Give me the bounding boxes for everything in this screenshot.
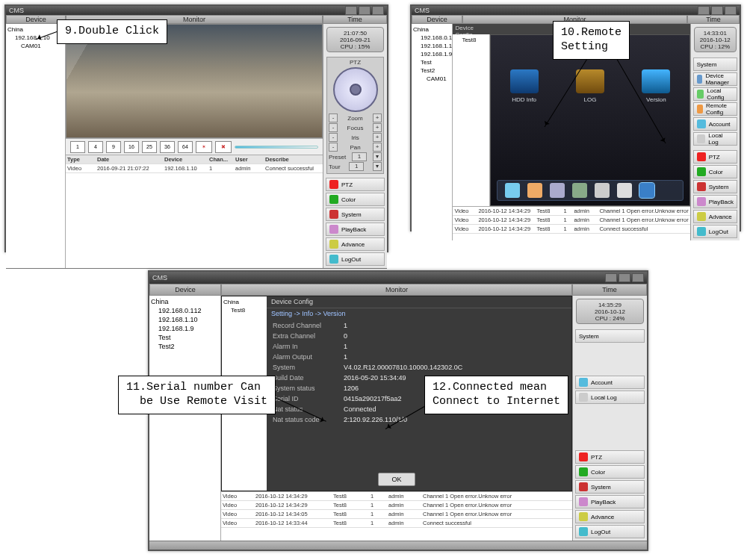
side-color[interactable]: Color [326, 193, 385, 206]
tree-node[interactable]: Test2 [151, 342, 219, 351]
tab-tools-icon[interactable] [617, 183, 632, 198]
tab-network-icon[interactable] [550, 183, 565, 198]
log-row[interactable]: Video2016-10-12 14:34:05Test81adminChann… [221, 510, 572, 519]
config-sub-tree[interactable]: Test8 [453, 34, 490, 206]
tree-node[interactable]: CAM01 [7, 42, 63, 50]
tree-node[interactable]: China [151, 297, 219, 306]
side-advance[interactable]: Advance [575, 510, 645, 523]
ptz-plus[interactable]: + [373, 123, 382, 132]
hdd-info-button[interactable]: HDD Info [503, 69, 545, 103]
window-close-button[interactable] [372, 6, 384, 15]
device-tree[interactable]: China 192.168.0.112 192.168.1.10 192.168… [149, 296, 221, 541]
ptz-minus[interactable]: - [329, 133, 338, 142]
tree-node[interactable]: China [413, 25, 450, 34]
side-ptz[interactable]: PTZ [326, 178, 385, 191]
side-system[interactable]: System [326, 208, 385, 221]
layout-1[interactable]: 1 [70, 141, 85, 153]
window-close-button[interactable] [632, 273, 644, 282]
side-device-manager[interactable]: Device Manager [693, 72, 737, 86]
tree-node[interactable]: 192.168.0.112 [151, 306, 219, 315]
side-playback[interactable]: PlayBack [326, 223, 385, 236]
window-max-button[interactable] [619, 273, 630, 282]
window-min-button[interactable] [698, 6, 710, 15]
side-playback[interactable]: PlayBack [575, 495, 645, 508]
ptz-dpad[interactable] [333, 67, 378, 112]
log-col: Describe [264, 155, 323, 164]
ptz-label: Zoom [347, 115, 362, 122]
side-logout[interactable]: LogOut [693, 225, 737, 238]
layout-25[interactable]: 25 [142, 141, 157, 153]
ptz-plus[interactable]: + [373, 143, 382, 152]
tree-node[interactable]: 192.168.1.9 [413, 50, 450, 58]
ptz-preset-input[interactable]: 1 [352, 152, 367, 161]
side-remote-config[interactable]: Remote Config [693, 102, 737, 116]
tab-info-icon-active[interactable] [639, 183, 654, 198]
side-logout[interactable]: LogOut [326, 252, 385, 266]
side-advance[interactable]: Advance [326, 237, 385, 251]
log-row[interactable]: Video2016-10-12 14:34:29Test81adminChann… [453, 207, 689, 216]
volume-slider[interactable] [235, 146, 318, 149]
ptz-tour-input[interactable]: 1 [349, 162, 364, 171]
side-account[interactable]: Account [693, 117, 737, 131]
side-ptz[interactable]: PTZ [693, 150, 737, 164]
device-tree[interactable]: China 192.168.0.112 192.168.1.10 192.168… [412, 24, 453, 240]
version-button[interactable]: Version [636, 69, 677, 103]
tree-node[interactable]: Test8 [454, 36, 488, 44]
log-row[interactable]: Video2016-10-12 14:34:29Test81adminChann… [221, 492, 572, 501]
side-local-log[interactable]: Local Log [693, 132, 737, 146]
fullscreen-icon[interactable]: ✶ [196, 141, 212, 153]
tree-node[interactable]: Test [151, 333, 219, 342]
ptz-minus[interactable]: - [329, 123, 338, 132]
window-min-button[interactable] [605, 273, 617, 282]
ptz-plus[interactable]: + [373, 113, 382, 122]
side-account[interactable]: Account [575, 376, 645, 389]
log-row[interactable]: Video2016-10-12 14:33:44Test81adminConne… [221, 519, 572, 528]
tree-node[interactable]: 192.168.1.10 [413, 42, 450, 50]
side-local-log[interactable]: Local Log [575, 391, 645, 404]
tree-node[interactable]: 192.168.1.9 [151, 324, 219, 333]
layout-9[interactable]: 9 [106, 141, 121, 153]
tree-node[interactable]: Test [413, 58, 450, 66]
side-ptz[interactable]: PTZ [575, 450, 645, 464]
log-row[interactable]: Video2016-10-12 14:34:29Test81adminConne… [453, 225, 689, 234]
side-logout[interactable]: LogOut [575, 525, 645, 538]
layout-16[interactable]: 16 [124, 141, 139, 153]
layout-4[interactable]: 4 [88, 141, 103, 153]
side-color[interactable]: Color [575, 465, 645, 479]
layout-36[interactable]: 36 [160, 141, 175, 153]
device-tree[interactable]: China 192.168.1.10 CAM01 [6, 24, 66, 268]
ptz-plus[interactable]: + [373, 133, 382, 142]
log-row[interactable]: Video2016-10-12 14:34:29Test81adminChann… [221, 501, 572, 510]
log-row[interactable]: Video2016-10-12 14:34:29Test81adminChann… [453, 216, 689, 225]
side-color[interactable]: Color [693, 165, 737, 178]
ptz-dropdown-icon[interactable]: ▾ [373, 152, 382, 161]
log-button[interactable]: LOG [570, 69, 611, 103]
ptz-dropdown-icon[interactable]: ▾ [373, 162, 382, 171]
advance-icon [329, 240, 338, 249]
log-row[interactable]: Video 2016-09-21 21:07:22 192.168.1.10 1… [66, 164, 323, 173]
ok-button[interactable]: OK [378, 473, 415, 486]
tab-system-icon[interactable] [595, 183, 610, 198]
window-max-button[interactable] [711, 6, 723, 15]
side-system[interactable]: System [575, 480, 645, 494]
tree-node[interactable]: China [223, 298, 265, 306]
tree-node[interactable]: Test8 [223, 306, 265, 314]
tab-alarm-icon[interactable] [572, 183, 587, 198]
side-playback[interactable]: PlayBack [693, 195, 737, 208]
tree-node[interactable]: 192.168.0.112 [413, 34, 450, 42]
side-advance[interactable]: Advance [693, 210, 737, 223]
tab-general-icon[interactable] [505, 183, 520, 198]
side-system[interactable]: System [693, 180, 737, 193]
side-local-config[interactable]: Local Config [693, 87, 737, 101]
ptz-minus[interactable]: - [329, 113, 338, 122]
tree-node[interactable]: 192.168.1.10 [151, 315, 219, 324]
window-max-button[interactable] [359, 6, 371, 15]
tree-node[interactable]: CAM01 [413, 75, 450, 83]
layout-64[interactable]: 64 [178, 141, 193, 153]
window-close-button[interactable] [725, 6, 737, 15]
tree-node[interactable]: Test2 [413, 66, 450, 75]
window-min-button[interactable] [345, 6, 357, 15]
disconnect-icon[interactable]: ✖ [215, 141, 232, 153]
tab-record-icon[interactable] [527, 183, 542, 198]
ptz-minus[interactable]: - [329, 143, 338, 152]
